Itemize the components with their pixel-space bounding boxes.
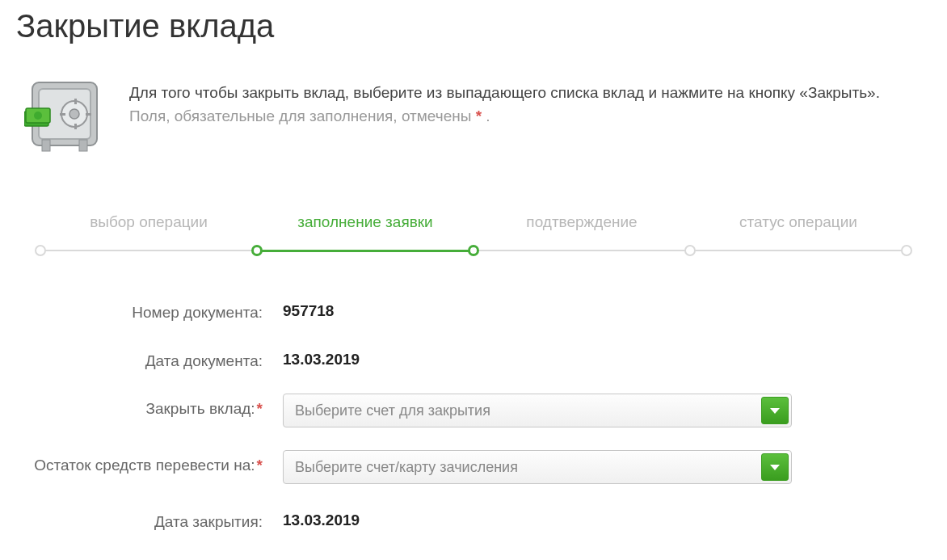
progress-end-circle: [901, 245, 912, 256]
doc-date-value: 13.03.2019: [283, 346, 360, 368]
progress-step-confirm: подтверждение: [474, 213, 690, 241]
progress-step-fill-form: заполнение заявки: [257, 213, 474, 241]
svg-point-3: [69, 109, 79, 119]
progress-step-label: подтверждение: [474, 213, 690, 231]
close-deposit-label: Закрыть вклад:*: [16, 394, 283, 419]
progress-bar: выбор операции заполнение заявки подтвер…: [40, 213, 907, 241]
safe-icon: [24, 81, 105, 157]
asterisk-icon: *: [476, 107, 482, 124]
svg-rect-7: [86, 113, 91, 116]
chevron-down-icon[interactable]: [761, 397, 789, 424]
form-row-doc-number: Номер документа: 957718: [16, 297, 931, 323]
doc-number-label: Номер документа:: [16, 297, 283, 323]
progress-step-status: статус операции: [690, 213, 907, 241]
svg-rect-6: [60, 113, 65, 116]
intro-text: Для того чтобы закрыть вклад, выберите и…: [129, 81, 880, 128]
asterisk-icon: *: [257, 400, 263, 417]
intro-block: Для того чтобы закрыть вклад, выберите и…: [16, 81, 931, 157]
progress-step-circle: [468, 245, 479, 256]
transfer-to-label: Остаток средств перевести на:*: [16, 450, 283, 476]
svg-rect-9: [79, 140, 87, 151]
form-row-doc-date: Дата документа: 13.03.2019: [16, 346, 931, 372]
doc-date-label: Дата документа:: [16, 346, 283, 372]
chevron-down-icon[interactable]: [761, 453, 789, 481]
asterisk-icon: *: [257, 457, 263, 474]
svg-rect-5: [74, 124, 77, 129]
transfer-to-placeholder: Выберите счет/карту зачисления: [295, 459, 518, 476]
page-title: Закрытие вклада: [16, 8, 931, 44]
transfer-to-select[interactable]: Выберите счет/карту зачисления: [283, 450, 792, 484]
close-date-value: 13.03.2019: [283, 507, 360, 529]
form: Номер документа: 957718 Дата документа: …: [16, 297, 931, 533]
progress-step-select-operation: выбор операции: [40, 213, 257, 241]
intro-main-text: Для того чтобы закрыть вклад, выберите и…: [129, 81, 880, 104]
close-deposit-placeholder: Выберите счет для закрытия: [295, 402, 490, 419]
close-deposit-select[interactable]: Выберите счет для закрытия: [283, 394, 792, 427]
progress-step-label: статус операции: [690, 213, 907, 231]
progress-step-label: выбор операции: [40, 213, 257, 231]
progress-step-label: заполнение заявки: [257, 213, 474, 231]
form-row-transfer-to: Остаток средств перевести на:* Выберите …: [16, 450, 931, 484]
intro-hint: Поля, обязательные для заполнения, отмеч…: [129, 104, 880, 128]
svg-rect-4: [74, 99, 77, 104]
close-date-label: Дата закрытия:: [16, 507, 283, 533]
form-row-close-date: Дата закрытия: 13.03.2019: [16, 507, 931, 533]
progress-step-circle: [251, 245, 263, 256]
progress-step-circle: [35, 245, 46, 256]
svg-point-12: [34, 112, 42, 120]
progress-line-active: [257, 250, 474, 252]
svg-rect-8: [42, 140, 50, 151]
progress-step-circle: [684, 245, 696, 256]
doc-number-value: 957718: [283, 297, 334, 320]
form-row-close-deposit: Закрыть вклад:* Выберите счет для закрыт…: [16, 394, 931, 427]
